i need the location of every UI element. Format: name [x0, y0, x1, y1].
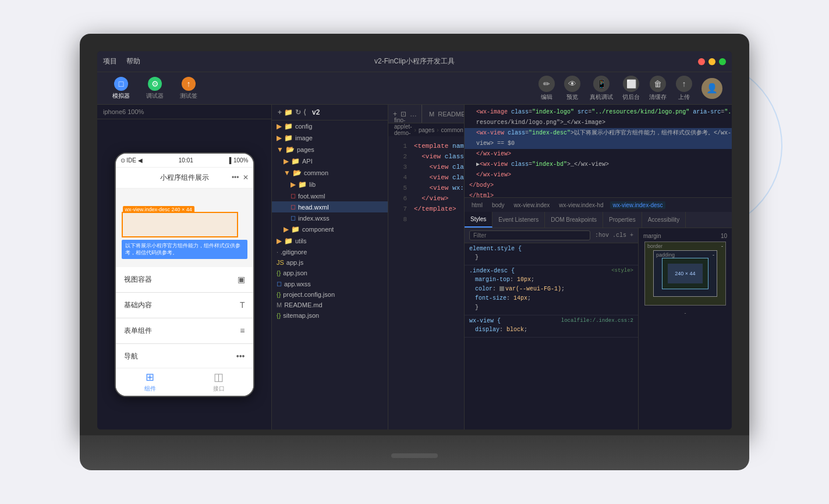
clear-cache-label: 清缓存 — [649, 93, 667, 101]
close-btn[interactable] — [698, 58, 705, 65]
tree-project-config[interactable]: {} project.config.json — [272, 289, 388, 300]
tree-sitemap[interactable]: {} sitemap.json — [272, 310, 388, 321]
tree-foot-wxml[interactable]: ◻ foot.wxml — [272, 190, 388, 201]
rule-prop-margin: margin-top: 10px; — [469, 275, 633, 285]
rule-prop-fontsize: font-size: 14px; — [469, 294, 633, 303]
tree-common-label: common — [304, 169, 328, 176]
elem-wx-view-index[interactable]: wx-view.index — [512, 201, 552, 209]
list-item-icon-3: ••• — [236, 352, 245, 361]
clear-cache-button[interactable]: 🗑 清缓存 — [649, 76, 667, 101]
tree-component[interactable]: ▶ 📁 component — [272, 223, 388, 235]
debugger-button[interactable]: ⚙ 调试器 — [140, 74, 169, 102]
file-tree: + 📁 ↻ ⟨ v2 ▶ 📁 config — [272, 105, 388, 430]
background-icon: ⬜ — [623, 76, 639, 92]
tree-index-wxss[interactable]: ◻ index.wxss — [272, 212, 388, 223]
new-file-icon[interactable]: + — [278, 108, 282, 116]
tree-foot-wxml-label: foot.wxml — [298, 193, 325, 200]
edit-icon: ✏ — [539, 76, 555, 92]
border-value: - — [721, 243, 723, 249]
elem-wx-view-desc[interactable]: wx-view.index-desc — [610, 201, 665, 209]
bc-pages: pages — [419, 127, 434, 133]
folder-icon: ▶ — [277, 134, 282, 142]
real-debug-button[interactable]: 📱 真机调试 — [590, 76, 613, 101]
js-icon: JS — [277, 259, 284, 266]
tree-component-label: component — [302, 226, 334, 233]
tab-api[interactable]: ◫ 接口 — [185, 371, 253, 393]
tree-gitignore[interactable]: · .gitignore — [272, 247, 388, 257]
preview-button[interactable]: 👁 预览 — [564, 76, 580, 101]
tab-api-label: 接口 — [213, 385, 225, 393]
filter-input[interactable] — [469, 230, 590, 240]
line-content: <template name="head"> — [414, 141, 464, 151]
collapse-icon[interactable]: ⟨ — [303, 108, 306, 116]
upload-button[interactable]: ↑ 上传 — [676, 76, 692, 101]
new-folder-icon[interactable]: 📁 — [284, 108, 293, 116]
line-num: 2 — [393, 151, 407, 162]
tree-head-wxml-label: head.wxml — [298, 204, 329, 211]
line-num: 5 — [393, 183, 407, 193]
box-margin-value: 10 — [721, 233, 727, 239]
phone-content: wx-view.index-desc 240 × 44 以下将展示小程序官方组件… — [116, 189, 253, 368]
code-line-7: 7 </template> — [388, 204, 464, 214]
list-item[interactable]: 基础内容 T — [116, 293, 253, 318]
tree-lib[interactable]: ▶ 📁 lib — [272, 179, 388, 190]
tree-image-label: image — [295, 134, 313, 141]
menu-project[interactable]: 项目 — [103, 56, 117, 66]
tree-common[interactable]: ▼ 📂 common — [272, 167, 388, 179]
laptop-screen: 项目 帮助 v2-FinClip小程序开发工具 □ — [97, 51, 732, 430]
rule-source[interactable]: localfile:/.index.css:2 — [561, 318, 633, 324]
list-item[interactable]: 导航 ••• — [116, 344, 253, 368]
tree-app-wxss[interactable]: ◻ app.wxss — [272, 278, 388, 289]
window-controls — [698, 58, 726, 65]
edit-button[interactable]: ✏ 编辑 — [539, 76, 555, 101]
devtab-styles[interactable]: Styles — [465, 212, 493, 228]
tab-components[interactable]: ⊞ 组件 — [116, 371, 185, 393]
wxml-icon: ◻ — [290, 203, 296, 211]
elem-html[interactable]: html — [469, 201, 485, 209]
elem-wx-view-hd[interactable]: wx-view.index-hd — [557, 201, 605, 209]
refresh-icon[interactable]: ↻ — [295, 108, 301, 116]
simulator-button[interactable]: □ 模拟器 — [107, 74, 136, 102]
tab-readme[interactable]: M README.md — [422, 105, 464, 123]
tree-readme[interactable]: M README.md — [272, 300, 388, 310]
folder-open-icon: ▼ — [277, 145, 284, 154]
devtab-accessibility[interactable]: Accessibility — [642, 212, 686, 228]
bc-sep-2: › — [437, 127, 438, 133]
simulator-panel: iphone6 100% ⊙ IDE ◀ 10:01 ▌100% — [97, 105, 272, 430]
devtab-properties[interactable]: Properties — [603, 212, 642, 228]
devtab-dom-breakpoints[interactable]: DOM Breakpoints — [545, 212, 603, 228]
box-model-header: margin 10 — [643, 233, 727, 239]
rule-closing: } — [469, 253, 633, 262]
tree-pages[interactable]: ▼ 📂 pages — [272, 144, 388, 155]
tree-api[interactable]: ▶ 📁 API — [272, 155, 388, 167]
menu-help[interactable]: 帮助 — [126, 56, 140, 66]
devtab-event-listeners[interactable]: Event Listeners — [493, 212, 545, 228]
content-bottom: - — [685, 310, 686, 316]
tree-utils-label: utils — [295, 237, 307, 244]
list-item[interactable]: 表单组件 ≡ — [116, 318, 253, 344]
tree-utils[interactable]: ▶ 📁 utils — [272, 235, 388, 247]
tree-app-js[interactable]: JS app.js — [272, 257, 388, 268]
test-button[interactable]: ↑ 测试签 — [174, 74, 203, 102]
element-highlight — [122, 212, 238, 237]
list-item[interactable]: 视图容器 ▣ — [116, 267, 253, 293]
tree-head-wxml[interactable]: ◻ head.wxml — [272, 201, 388, 212]
bc-sep-1: › — [414, 127, 416, 133]
list-item-label-1: 基础内容 — [124, 300, 152, 310]
tree-gitignore-label: .gitignore — [281, 249, 307, 255]
maximize-btn[interactable] — [719, 58, 726, 65]
list-item-label-2: 表单组件 — [124, 326, 152, 336]
user-avatar[interactable]: 👤 — [702, 78, 722, 99]
line-content: <view wx:if="{{desc}}" class="page-head-… — [414, 183, 464, 193]
tree-image[interactable]: ▶ 📁 image — [272, 132, 388, 144]
elem-body[interactable]: body — [490, 201, 507, 209]
nav-more-icon[interactable]: ••• — [232, 173, 239, 182]
simulator-header: iphone6 100% — [97, 105, 271, 119]
background-button[interactable]: ⬜ 切后台 — [622, 76, 640, 101]
code-editor[interactable]: 1 <template name="head"> 2 <view class="… — [388, 136, 464, 430]
tree-app-json[interactable]: {} app.json — [272, 268, 388, 278]
minimize-btn[interactable] — [708, 58, 715, 65]
tree-config[interactable]: ▶ 📁 config — [272, 120, 388, 132]
edit-label: 编辑 — [541, 93, 552, 101]
nav-close-icon[interactable]: ✕ — [243, 173, 249, 182]
